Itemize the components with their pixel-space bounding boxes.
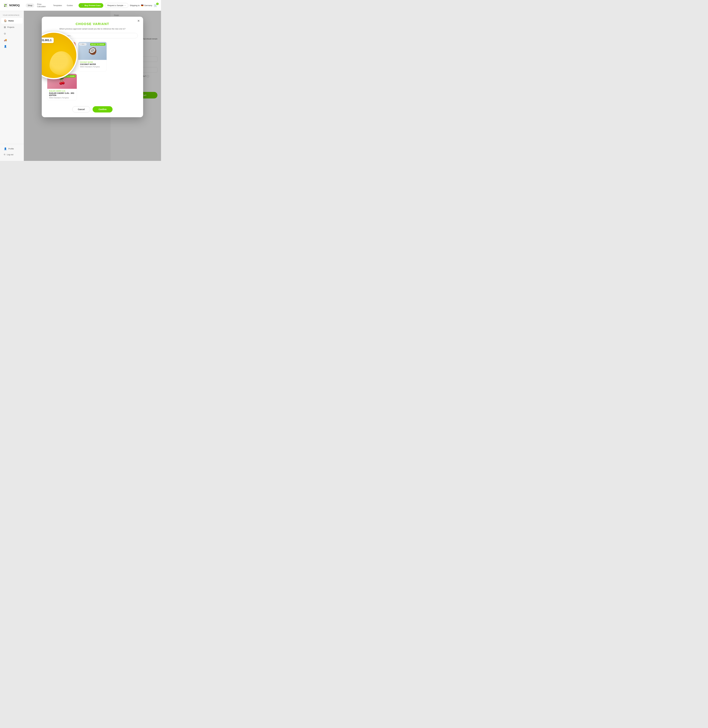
card-body-cherry: RADLER CHERRY 0.4% RADLER CHERRY 0.4% - …: [47, 89, 77, 100]
card-category-coconut: COCONUT WATER: [80, 61, 105, 63]
nav-links: Shop Price Calculator Templates Guides: [26, 2, 75, 9]
confirm-button[interactable]: Confirm: [93, 106, 113, 113]
modal-overlay: S001.001.1 ✕ CHOOSE VARIANT Which previo…: [24, 11, 161, 161]
svg-rect-0: [4, 3, 8, 8]
zoom-circle-inner: S001.001.1: [42, 33, 76, 78]
logo-text: NOMOQ: [9, 4, 20, 7]
card-desc-cherry: 500ml Standard | Full gloss: [49, 97, 75, 98]
cart-badge: 1: [156, 3, 159, 5]
choose-variant-modal: S001.001.1 ✕ CHOOSE VARIANT Which previo…: [42, 17, 143, 117]
svg-rect-1: [4, 4, 5, 5]
card-category-cherry: RADLER CHERRY 0.4%: [49, 90, 75, 92]
sidebar-profile-label: Profile: [8, 148, 14, 150]
sidebar-bottom: 👤 Profile ⎋ Log out: [0, 144, 24, 157]
card-desc-coconut: 500ml Standard | Full gloss: [80, 66, 105, 68]
svg-rect-4: [6, 6, 6, 7]
request-sample-button[interactable]: Request a Sample →: [105, 3, 128, 8]
sidebar-item-projects[interactable]: ⊞ Projects: [1, 24, 23, 30]
card-coconut-water[interactable]: 🥥 READY TO ORDER S 004.1 COCONUT WATER C…: [78, 42, 107, 71]
navbar: NOMOQ Shop Price Calculator Templates Gu…: [0, 0, 161, 11]
modal-subtitle: Which previous approved variant would yo…: [47, 28, 138, 30]
workspace-label: Your workspace: [0, 14, 24, 16]
card-name-cherry: RADLER CHERRY 0.4% - 3RD EDITION: [49, 92, 75, 96]
content-area: Finish Full Gloss Matte & Glossy Select …: [24, 11, 161, 161]
card-name-coconut: COCONUT WATER: [80, 63, 105, 65]
shipping-info: Shipping to: 🇩🇪 Germany: [130, 4, 152, 7]
lemon-shape: [49, 51, 73, 75]
logout-icon: ⎋: [4, 153, 5, 156]
logo[interactable]: NOMOQ: [4, 3, 20, 8]
sidebar-home-label: Home: [8, 20, 14, 22]
sidebar-logout-label: Log out: [7, 153, 13, 156]
nav-templates[interactable]: Templates: [51, 3, 64, 7]
sidebar-item-4[interactable]: 🚚: [1, 37, 23, 43]
projects-icon: ⊞: [4, 26, 6, 29]
cancel-button[interactable]: Cancel: [72, 106, 90, 113]
card-body-coconut: COCONUT WATER COCONUT WATER 500ml Standa…: [78, 60, 107, 69]
item3-icon: ⊙: [4, 32, 6, 35]
profile-icon: 👤: [4, 147, 7, 150]
main-layout: Your workspace 🏠 Home ⊞ Projects ⊙ 🚚 👤 👤…: [0, 11, 161, 161]
sidebar-item-home[interactable]: 🏠 Home: [1, 18, 23, 24]
buy-printed-cans-button[interactable]: 🛒 Buy Printed Cans: [78, 3, 103, 8]
cart-icon-nav: 🛒: [81, 4, 84, 7]
zoom-circle: S001.001.1: [42, 32, 77, 79]
home-icon: 🏠: [4, 19, 7, 22]
item5-icon: 👤: [4, 45, 7, 48]
svg-rect-3: [6, 4, 6, 5]
modal-close-button[interactable]: ✕: [137, 19, 140, 22]
logo-icon: [4, 3, 8, 8]
nav-shop[interactable]: Shop: [26, 3, 34, 7]
zoom-label: S001.001.1: [42, 38, 54, 43]
nav-guides[interactable]: Guides: [65, 3, 75, 7]
card-badge-coconut: READY TO ORDER: [90, 43, 105, 46]
sidebar-item-5[interactable]: 👤: [1, 43, 23, 49]
sidebar-item-profile[interactable]: 👤 Profile: [1, 146, 23, 152]
card-id-coconut: S 004.1: [80, 43, 86, 45]
modal-buttons: Cancel Confirm: [47, 106, 138, 113]
flag-icon: 🇩🇪: [141, 4, 144, 7]
modal-title: CHOOSE VARIANT: [47, 22, 138, 26]
item4-icon: 🚚: [4, 39, 7, 41]
sidebar: Your workspace 🏠 Home ⊞ Projects ⊙ 🚚 👤 👤…: [0, 11, 24, 161]
cart-button[interactable]: 🛒 1: [154, 4, 157, 7]
sidebar-item-logout[interactable]: ⎋ Log out: [1, 152, 23, 157]
nav-price-calculator[interactable]: Price Calculator: [35, 2, 51, 9]
nav-right: 🛒 Buy Printed Cans Request a Sample → Sh…: [78, 3, 157, 8]
svg-rect-2: [4, 6, 5, 7]
sidebar-projects-label: Projects: [7, 26, 14, 28]
sidebar-item-3[interactable]: ⊙: [1, 31, 23, 36]
